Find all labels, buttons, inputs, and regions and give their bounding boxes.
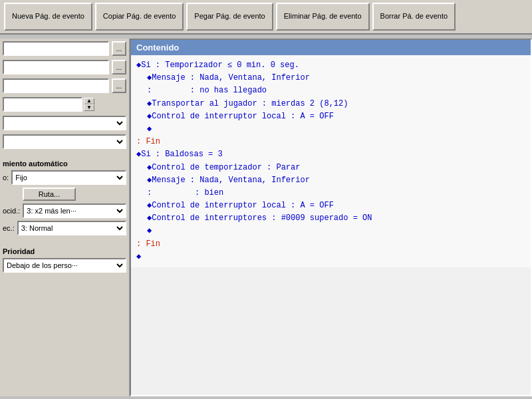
route-row: Ruta... (3, 188, 126, 201)
content-line-6: : Fin (136, 136, 525, 148)
pegar-pag-button[interactable]: Pegar Pág. de evento (186, 3, 273, 31)
content-line-10: : : bien (136, 187, 525, 200)
priority-row: Debajo de los perso··· (3, 258, 126, 273)
spinner-up-button[interactable]: ▲ (84, 98, 94, 104)
content-line-2: : : no has llegado (136, 84, 525, 97)
ellipsis-btn-2[interactable]: ... (112, 60, 126, 74)
speed-row: ocid.: 3: x2 más len··· (3, 203, 126, 218)
content-body: ◆Si : Temporizador ≤ 0 min. 0 seg. ◆Mens… (131, 55, 531, 267)
priority-section: Prioridad Debajo de los perso··· (3, 245, 126, 273)
content-line-1: ◆Mensaje : Nada, Ventana, Inferior (136, 72, 525, 84)
content-line-9: ◆Mensaje : Nada, Ventana, Inferior (136, 174, 525, 187)
left-panel: ... ... ... ▲ ▼ (0, 39, 130, 396)
borrar-pag-button[interactable]: Borrar Pá. de evento (372, 3, 456, 31)
main-layout: ... ... ... ▲ ▼ (0, 39, 532, 396)
toolbar: Nueva Pág. de evento Copiar Pág. de even… (0, 0, 532, 35)
content-panel: Contenido ◆Si : Temporizador ≤ 0 min. 0 … (130, 39, 532, 396)
dropdown-row-1 (3, 116, 126, 130)
ellipsis-btn-1[interactable]: ... (112, 41, 126, 56)
dropdown-select-1[interactable] (3, 116, 126, 130)
content-line-8: ◆Control de temporizador : Parar (136, 162, 525, 174)
type-label: o: (3, 174, 9, 182)
content-line-5: ◆ (136, 123, 525, 136)
field-row-3: ... (3, 78, 126, 93)
direction-label: ec.: (3, 224, 15, 232)
field-input-1[interactable] (3, 41, 109, 56)
movement-section: miento automático o: Fijo Ruta... ocid.:… (3, 157, 126, 235)
dropdown-row-2 (3, 134, 126, 149)
content-line-0: ◆Si : Temporizador ≤ 0 min. 0 seg. (136, 59, 525, 72)
content-header: Contenido (131, 40, 531, 55)
movement-header: miento automático (3, 160, 126, 168)
content-line-13: ◆ (136, 225, 525, 237)
route-button[interactable]: Ruta... (23, 188, 76, 201)
spinner-input[interactable] (3, 97, 82, 112)
content-line-12: ◆Control de interruptores : #0009 supera… (136, 212, 525, 225)
type-select[interactable]: Fijo (11, 170, 126, 185)
spinner-group: ▲ ▼ (3, 97, 126, 112)
spinner-down-button[interactable]: ▼ (84, 104, 94, 111)
priority-select[interactable]: Debajo de los perso··· (3, 258, 126, 273)
content-line-14: : Fin (136, 238, 525, 251)
field-row-2: ... (3, 60, 126, 74)
content-line-11: ◆Control de interruptor local : A = OFF (136, 200, 525, 212)
content-line-3: ◆Transportar al jugador : mierdas 2 (8,1… (136, 98, 525, 110)
field-input-3[interactable] (3, 78, 109, 93)
nueva-pag-button[interactable]: Nueva Pág. de evento (4, 3, 92, 31)
field-input-2[interactable] (3, 60, 109, 74)
content-line-4: ◆Control de interruptor local : A = OFF (136, 110, 525, 123)
direction-select[interactable]: 3: Normal (17, 221, 126, 235)
speed-select[interactable]: 3: x2 más len··· (23, 203, 126, 218)
priority-header: Prioridad (3, 247, 126, 255)
eliminar-pag-button[interactable]: Eliminar Pág. de evento (276, 3, 370, 31)
copiar-pag-button[interactable]: Copiar Pág. de evento (95, 3, 184, 31)
speed-label: ocid.: (3, 207, 20, 215)
content-line-7: ◆Si : Baldosas = 3 (136, 148, 525, 161)
dropdown-select-2[interactable] (3, 134, 126, 149)
ellipsis-btn-3[interactable]: ... (112, 78, 126, 93)
content-line-15: ◆ (136, 251, 525, 263)
type-row: o: Fijo (3, 170, 126, 185)
direction-row: ec.: 3: Normal (3, 221, 126, 235)
field-row-1: ... (3, 41, 126, 56)
spinner-buttons: ▲ ▼ (84, 98, 94, 111)
